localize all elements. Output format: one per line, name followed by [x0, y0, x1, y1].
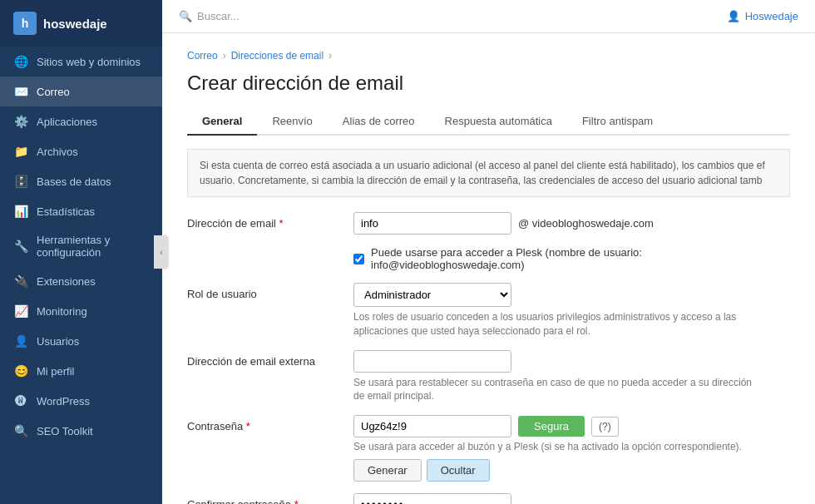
breadcrumb: Correo › Direcciones de email › [187, 50, 790, 62]
breadcrumb-sep1: › [223, 50, 226, 62]
sidebar-label-monitoring: Monitoring [37, 305, 87, 318]
content-area: Correo › Direcciones de email › Crear di… [162, 33, 815, 504]
plesk-checkbox-row: Puede usarse para acceder a Plesk (nombr… [353, 246, 790, 271]
breadcrumb-direcciones[interactable]: Direcciones de email [231, 50, 324, 62]
sidebar-label-sitios: Sitios web y dominios [37, 56, 141, 68]
search-icon: 🔍 [179, 10, 192, 22]
email-row: Dirección de email * @ videobloghoswedaj… [187, 212, 790, 235]
external-email-label: Dirección de email externa [187, 350, 353, 368]
sidebar-nav: 🌐Sitios web y dominios✉️Correo⚙️Aplicaci… [0, 47, 162, 504]
usuarios-icon: 👤 [13, 334, 28, 348]
sidebar-item-seotoolkit[interactable]: 🔍SEO Toolkit [0, 416, 162, 446]
info-text: Si esta cuenta de correo está asociada a… [200, 160, 765, 186]
breadcrumb-correo[interactable]: Correo [187, 50, 218, 62]
generate-btn[interactable]: Generar [353, 459, 422, 482]
extensiones-icon: 🔌 [13, 274, 28, 289]
email-label: Dirección de email * [187, 212, 353, 230]
sidebar-item-wordpress[interactable]: 🅦WordPress [0, 386, 162, 416]
email-input[interactable] [353, 212, 511, 235]
confirm-password-label: Confirmar contraseña * [187, 493, 353, 504]
external-email-input[interactable] [353, 350, 511, 373]
miperfil-icon: 😊 [13, 363, 28, 378]
tab-respuesta[interactable]: Respuesta automática [430, 108, 567, 136]
sidebar-label-aplicaciones: Aplicaciones [37, 116, 97, 128]
sidebar-collapse-btn[interactable]: ‹ [154, 235, 169, 269]
sitios-icon: 🌐 [13, 54, 28, 69]
sidebar-label-estadisticas: Estadísticas [37, 205, 95, 218]
tab-reenvio[interactable]: Reenvío [257, 108, 327, 136]
logo-text: hoswedaje [43, 17, 107, 31]
sidebar-item-monitoring[interactable]: 📈Monitoring [0, 296, 162, 326]
confirm-password-input[interactable] [353, 493, 511, 504]
sidebar-label-wordpress: WordPress [37, 395, 90, 408]
password-strength-btn: Segura [518, 416, 585, 437]
password-input-row: Segura (?) [353, 415, 790, 437]
main-content: 🔍 Buscar... 👤 Hoswedaje Correo › Direcci… [162, 0, 815, 504]
sidebar-item-sitios[interactable]: 🌐Sitios web y dominios [0, 47, 162, 77]
sidebar-item-correo[interactable]: ✉️Correo [0, 77, 162, 106]
page-title: Crear dirección de email [187, 72, 790, 95]
external-email-hint: Se usará para restablecer su contraseña … [353, 376, 753, 404]
email-input-row: @ videobloghoswedaje.com [353, 212, 790, 235]
role-control: Administrador Los roles de usuario conce… [353, 283, 790, 338]
tabs-bar: GeneralReenvíoAlias de correoRespuesta a… [187, 108, 790, 136]
role-label: Rol de usuario [187, 283, 353, 300]
plesk-checkbox[interactable] [353, 254, 364, 264]
aplicaciones-icon: ⚙️ [13, 114, 28, 129]
monitoring-icon: 📈 [13, 304, 28, 319]
sidebar-label-herramientas: Herramientas y configuración [37, 234, 149, 259]
sidebar-item-bases[interactable]: 🗄️Bases de datos [0, 166, 162, 196]
info-box: Si esta cuenta de correo está asociada a… [187, 149, 790, 197]
sidebar-label-usuarios: Usuarios [37, 335, 79, 348]
sidebar-item-estadisticas[interactable]: 📊Estadísticas [0, 196, 162, 226]
email-control: @ videobloghoswedaje.com [353, 212, 790, 235]
external-email-row: Dirección de email externa Se usará para… [187, 350, 790, 404]
plesk-checkbox-label: Puede usarse para acceder a Plesk (nombr… [371, 246, 790, 271]
user-area[interactable]: 👤 Hoswedaje [727, 10, 798, 22]
correo-icon: ✉️ [13, 84, 28, 99]
sidebar-item-archivos[interactable]: 📁Archivos [0, 136, 162, 166]
sidebar-label-correo: Correo [37, 86, 70, 98]
seotoolkit-icon: 🔍 [13, 423, 28, 438]
estadisticas-icon: 📊 [13, 204, 28, 219]
role-select[interactable]: Administrador [353, 283, 511, 307]
breadcrumb-sep2: › [328, 50, 332, 62]
password-control: Segura (?) Se usará para acceder al buzó… [353, 415, 790, 482]
password-required: * [246, 420, 250, 432]
tab-filtro[interactable]: Filtro antispam [567, 108, 668, 136]
sidebar-label-archivos: Archivos [37, 146, 78, 158]
tab-general[interactable]: General [187, 108, 257, 136]
hide-btn[interactable]: Ocultar [427, 459, 490, 482]
user-icon: 👤 [727, 10, 740, 22]
sidebar: h hoswedaje 🌐Sitios web y dominios✉️Corr… [0, 0, 162, 504]
sidebar-item-aplicaciones[interactable]: ⚙️Aplicaciones [0, 106, 162, 136]
email-domain: @ videobloghoswedaje.com [518, 217, 654, 230]
password-label: Contraseña * [187, 415, 353, 432]
external-email-control: Se usará para restablecer su contraseña … [353, 350, 790, 404]
confirm-password-row: Confirmar contraseña * [187, 493, 790, 504]
sidebar-logo: h hoswedaje [0, 0, 162, 47]
search-box[interactable]: 🔍 Buscar... [179, 10, 240, 22]
confirm-required: * [294, 498, 299, 504]
email-required: * [279, 217, 284, 230]
password-hint-btn[interactable]: (?) [591, 417, 619, 437]
sidebar-label-miperfil: Mi perfil [37, 365, 75, 378]
sidebar-item-miperfil[interactable]: 😊Mi perfil [0, 356, 162, 386]
user-name: Hoswedaje [745, 10, 798, 22]
password-input[interactable] [353, 415, 511, 437]
sidebar-label-seotoolkit: SEO Toolkit [37, 425, 93, 437]
tab-alias[interactable]: Alias de correo [328, 108, 430, 136]
password-btn-group: Generar Ocultar [353, 459, 790, 482]
herramientas-icon: 🔧 [13, 239, 28, 254]
search-placeholder: Buscar... [197, 10, 240, 22]
role-row: Rol de usuario Administrador Los roles d… [187, 283, 790, 338]
sidebar-item-extensiones[interactable]: 🔌Extensiones [0, 266, 162, 296]
bases-icon: 🗄️ [13, 174, 28, 189]
archivos-icon: 📁 [13, 144, 28, 159]
logo-icon: h [13, 12, 37, 35]
confirm-password-control [353, 493, 790, 504]
role-hint: Los roles de usuario conceden a los usua… [353, 310, 753, 338]
sidebar-item-usuarios[interactable]: 👤Usuarios [0, 326, 162, 356]
password-row: Contraseña * Segura (?) Se usará para ac… [187, 415, 790, 482]
sidebar-item-herramientas[interactable]: 🔧Herramientas y configuración [0, 226, 162, 266]
